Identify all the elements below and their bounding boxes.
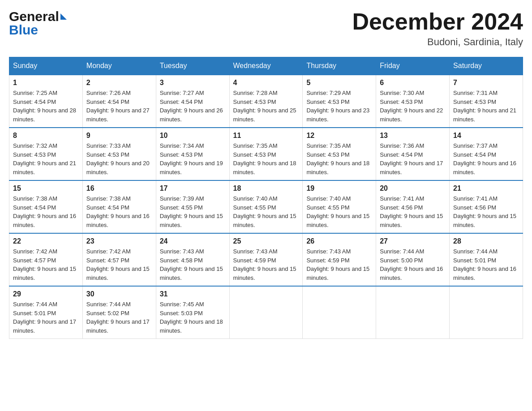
calendar-week-row: 29 Sunrise: 7:44 AM Sunset: 5:01 PM Dayl… xyxy=(9,286,523,339)
day-info: Sunrise: 7:30 AM Sunset: 4:53 PM Dayligh… xyxy=(380,89,446,124)
daylight-label: Daylight: 9 hours and 26 minutes. xyxy=(160,107,223,123)
daylight-label: Daylight: 9 hours and 15 minutes. xyxy=(306,213,369,228)
sunrise-label: Sunrise: 7:32 AM xyxy=(13,142,57,149)
daylight-label: Daylight: 9 hours and 20 minutes. xyxy=(86,160,150,176)
sunset-label: Sunset: 4:57 PM xyxy=(86,257,129,264)
calendar-day-cell xyxy=(229,286,303,339)
sunset-label: Sunset: 4:54 PM xyxy=(453,151,496,158)
calendar-day-header: Wednesday xyxy=(229,57,303,75)
day-number: 30 xyxy=(86,290,152,298)
day-info: Sunrise: 7:25 AM Sunset: 4:54 PM Dayligh… xyxy=(13,89,79,124)
calendar-day-cell xyxy=(303,286,376,339)
day-number: 27 xyxy=(380,237,446,245)
daylight-label: Daylight: 9 hours and 18 minutes. xyxy=(306,160,369,176)
sunset-label: Sunset: 4:54 PM xyxy=(380,151,423,158)
title-section: December 2024 Budoni, Sardinia, Italy xyxy=(352,9,523,48)
calendar-week-row: 8 Sunrise: 7:32 AM Sunset: 4:53 PM Dayli… xyxy=(9,128,523,180)
day-number: 22 xyxy=(13,237,79,245)
daylight-label: Daylight: 9 hours and 15 minutes. xyxy=(86,265,150,281)
sunset-label: Sunset: 4:57 PM xyxy=(13,257,56,264)
daylight-label: Daylight: 9 hours and 15 minutes. xyxy=(13,265,76,281)
day-number: 14 xyxy=(453,132,519,140)
sunset-label: Sunset: 4:55 PM xyxy=(160,204,203,211)
daylight-label: Daylight: 9 hours and 15 minutes. xyxy=(306,265,369,281)
logo-blue: Blue xyxy=(9,22,67,38)
sunrise-label: Sunrise: 7:38 AM xyxy=(86,195,131,202)
sunrise-label: Sunrise: 7:40 AM xyxy=(233,195,278,202)
sunrise-label: Sunrise: 7:43 AM xyxy=(306,248,351,255)
day-info: Sunrise: 7:35 AM Sunset: 4:53 PM Dayligh… xyxy=(306,141,372,176)
daylight-label: Daylight: 9 hours and 15 minutes. xyxy=(453,213,516,228)
sunrise-label: Sunrise: 7:38 AM xyxy=(13,195,57,202)
sunset-label: Sunset: 4:59 PM xyxy=(306,257,349,264)
sunrise-label: Sunrise: 7:28 AM xyxy=(233,90,278,96)
sunset-label: Sunset: 4:53 PM xyxy=(380,98,423,105)
daylight-label: Daylight: 9 hours and 21 minutes. xyxy=(453,107,516,123)
sunrise-label: Sunrise: 7:31 AM xyxy=(453,90,498,96)
sunset-label: Sunset: 4:53 PM xyxy=(233,151,276,158)
calendar-day-cell: 7 Sunrise: 7:31 AM Sunset: 4:53 PM Dayli… xyxy=(450,75,523,128)
sunset-label: Sunset: 5:03 PM xyxy=(160,310,203,317)
calendar-day-cell: 31 Sunrise: 7:45 AM Sunset: 5:03 PM Dayl… xyxy=(156,286,229,339)
day-info: Sunrise: 7:37 AM Sunset: 4:54 PM Dayligh… xyxy=(453,141,519,176)
day-number: 21 xyxy=(453,184,519,193)
sunset-label: Sunset: 4:53 PM xyxy=(13,151,56,158)
daylight-label: Daylight: 9 hours and 22 minutes. xyxy=(380,107,443,123)
day-info: Sunrise: 7:34 AM Sunset: 4:53 PM Dayligh… xyxy=(160,141,226,176)
sunset-label: Sunset: 4:54 PM xyxy=(13,98,56,105)
calendar-day-cell: 4 Sunrise: 7:28 AM Sunset: 4:53 PM Dayli… xyxy=(229,75,303,128)
day-number: 25 xyxy=(233,237,299,245)
calendar-day-cell: 11 Sunrise: 7:35 AM Sunset: 4:53 PM Dayl… xyxy=(229,128,303,180)
day-info: Sunrise: 7:44 AM Sunset: 5:01 PM Dayligh… xyxy=(13,300,79,335)
day-info: Sunrise: 7:38 AM Sunset: 4:54 PM Dayligh… xyxy=(86,194,152,229)
day-info: Sunrise: 7:41 AM Sunset: 4:56 PM Dayligh… xyxy=(453,194,519,229)
sunrise-label: Sunrise: 7:35 AM xyxy=(306,142,351,149)
calendar-day-cell: 2 Sunrise: 7:26 AM Sunset: 4:54 PM Dayli… xyxy=(82,75,156,128)
daylight-label: Daylight: 9 hours and 16 minutes. xyxy=(380,265,443,281)
logo: General Blue xyxy=(9,9,67,38)
day-number: 9 xyxy=(86,132,152,140)
daylight-label: Daylight: 9 hours and 16 minutes. xyxy=(453,160,516,176)
daylight-label: Daylight: 9 hours and 18 minutes. xyxy=(160,318,223,334)
day-number: 5 xyxy=(306,79,372,87)
daylight-label: Daylight: 9 hours and 17 minutes. xyxy=(86,318,150,334)
calendar-day-header: Friday xyxy=(376,57,450,75)
sunrise-label: Sunrise: 7:43 AM xyxy=(233,248,278,255)
day-info: Sunrise: 7:44 AM Sunset: 5:01 PM Dayligh… xyxy=(453,247,519,282)
sunrise-label: Sunrise: 7:45 AM xyxy=(160,301,204,308)
calendar-day-cell: 20 Sunrise: 7:41 AM Sunset: 4:56 PM Dayl… xyxy=(376,180,450,233)
day-info: Sunrise: 7:41 AM Sunset: 4:56 PM Dayligh… xyxy=(380,194,446,229)
sunset-label: Sunset: 4:54 PM xyxy=(86,98,129,105)
day-info: Sunrise: 7:32 AM Sunset: 4:53 PM Dayligh… xyxy=(13,141,79,176)
daylight-label: Daylight: 9 hours and 19 minutes. xyxy=(160,160,223,176)
calendar-day-cell: 29 Sunrise: 7:44 AM Sunset: 5:01 PM Dayl… xyxy=(9,286,83,339)
calendar-day-cell: 15 Sunrise: 7:38 AM Sunset: 4:54 PM Dayl… xyxy=(9,180,83,233)
day-number: 23 xyxy=(86,237,152,245)
day-number: 8 xyxy=(13,132,79,140)
sunset-label: Sunset: 4:54 PM xyxy=(160,98,203,105)
day-number: 3 xyxy=(160,79,226,87)
calendar-day-header: Monday xyxy=(82,57,156,75)
calendar-day-cell: 8 Sunrise: 7:32 AM Sunset: 4:53 PM Dayli… xyxy=(9,128,83,180)
calendar-day-cell: 12 Sunrise: 7:35 AM Sunset: 4:53 PM Dayl… xyxy=(303,128,376,180)
sunset-label: Sunset: 4:53 PM xyxy=(86,151,129,158)
day-info: Sunrise: 7:39 AM Sunset: 4:55 PM Dayligh… xyxy=(160,194,226,229)
daylight-label: Daylight: 9 hours and 16 minutes. xyxy=(13,213,76,228)
calendar-day-cell: 16 Sunrise: 7:38 AM Sunset: 4:54 PM Dayl… xyxy=(82,180,156,233)
daylight-label: Daylight: 9 hours and 18 minutes. xyxy=(233,160,296,176)
page-header: General Blue December 2024 Budoni, Sardi… xyxy=(9,9,523,48)
day-info: Sunrise: 7:28 AM Sunset: 4:53 PM Dayligh… xyxy=(233,89,299,124)
day-info: Sunrise: 7:43 AM Sunset: 4:58 PM Dayligh… xyxy=(160,247,226,282)
sunrise-label: Sunrise: 7:27 AM xyxy=(160,90,204,96)
day-number: 16 xyxy=(86,184,152,193)
logo-general: General xyxy=(9,9,67,24)
calendar-day-header: Thursday xyxy=(303,57,376,75)
calendar-day-cell: 28 Sunrise: 7:44 AM Sunset: 5:01 PM Dayl… xyxy=(450,233,523,286)
daylight-label: Daylight: 9 hours and 15 minutes. xyxy=(160,213,223,228)
sunrise-label: Sunrise: 7:43 AM xyxy=(160,248,204,255)
sunrise-label: Sunrise: 7:44 AM xyxy=(453,248,498,255)
day-number: 19 xyxy=(306,184,372,193)
calendar-day-cell: 19 Sunrise: 7:40 AM Sunset: 4:55 PM Dayl… xyxy=(303,180,376,233)
day-number: 17 xyxy=(160,184,226,193)
daylight-label: Daylight: 9 hours and 16 minutes. xyxy=(453,265,516,281)
